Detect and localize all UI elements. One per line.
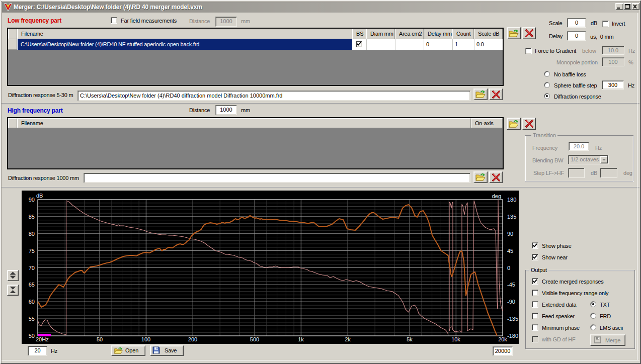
svg-text:20Hz: 20Hz [36,336,49,342]
svg-text:90: 90 [507,231,513,237]
svg-text:0: 0 [507,265,510,271]
svg-text:1k: 1k [298,336,304,342]
svg-text:-90: -90 [507,299,515,305]
svg-text:70: 70 [29,265,35,271]
svg-text:200: 200 [188,336,197,342]
svg-text:-45: -45 [507,282,515,288]
svg-text:60: 60 [29,299,35,305]
svg-text:5k: 5k [407,336,413,342]
svg-text:80: 80 [29,231,35,237]
svg-text:dB: dB [36,193,43,199]
svg-text:500: 500 [250,336,259,342]
svg-text:65: 65 [29,282,35,288]
svg-text:85: 85 [29,214,35,220]
svg-text:2k: 2k [345,336,351,342]
svg-text:180: 180 [507,197,516,203]
svg-text:135: 135 [507,214,516,220]
svg-text:deg: deg [492,193,501,199]
svg-text:55: 55 [29,316,35,322]
svg-text:50: 50 [29,333,35,339]
svg-text:20k: 20k [498,336,507,342]
svg-text:45: 45 [507,248,513,254]
svg-text:100: 100 [141,336,150,342]
svg-text:10k: 10k [451,336,460,342]
svg-text:-135: -135 [507,316,518,322]
svg-text:-180: -180 [507,333,518,339]
svg-text:50: 50 [97,336,103,342]
svg-text:75: 75 [29,248,35,254]
svg-text:90: 90 [29,197,35,203]
